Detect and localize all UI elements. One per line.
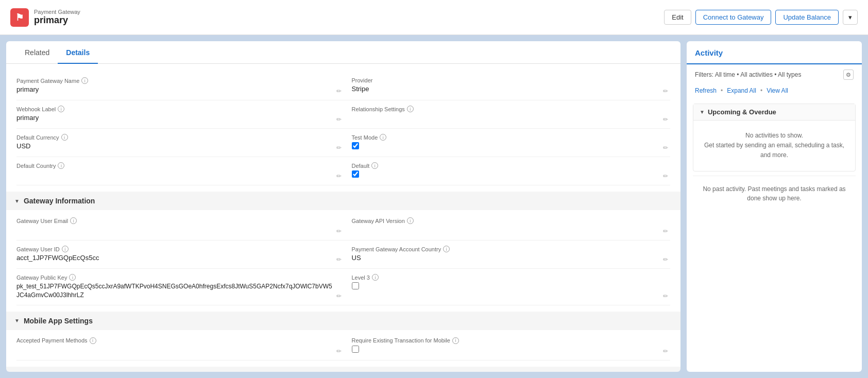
test-mode-value (352, 142, 662, 151)
test-mode-cell: Test Mode i ✏ (344, 129, 671, 157)
require-transaction-checkbox[interactable] (352, 346, 359, 353)
gateway-account-country-value: US (352, 254, 662, 263)
edit-payment-gateway-name-icon[interactable]: ✏ (336, 88, 342, 95)
edit-gateway-account-country-icon[interactable]: ✏ (663, 256, 668, 263)
gateway-section-title: Gateway Information (24, 197, 95, 205)
activity-settings-icon[interactable]: ⚙ (843, 70, 854, 80)
default-country-value (16, 170, 335, 180)
level3-checkbox[interactable] (352, 282, 359, 289)
default-currency-cell: Default Currency i USD ✏ (16, 129, 344, 157)
header-title-group: Payment Gateway primary (34, 9, 80, 26)
header-title: primary (34, 15, 80, 26)
require-transaction-value (352, 346, 662, 355)
edit-provider-icon[interactable]: ✏ (663, 88, 668, 95)
system-section-header[interactable]: ▼ System Information (6, 367, 680, 372)
main-layout: Related Details Payment Gateway Name i p… (0, 35, 868, 378)
gateway-account-country-label: Payment Gateway Account Country i (352, 246, 662, 252)
public-key-info-icon: i (69, 274, 76, 281)
view-all-link[interactable]: View All (767, 87, 788, 94)
dropdown-button[interactable]: ▾ (843, 10, 858, 25)
details-content: Payment Gateway Name i primary ✏ Provide… (6, 64, 680, 372)
header-actions: Edit Connect to Gateway Update Balance ▾ (664, 10, 858, 25)
gateway-account-country-cell: Payment Gateway Account Country i US ✏ (344, 240, 671, 269)
require-transaction-label: Require Existing Transaction for Mobile … (352, 337, 662, 344)
edit-require-transaction-icon[interactable]: ✏ (663, 348, 668, 355)
test-mode-info-icon: i (380, 134, 386, 141)
mobile-section-header[interactable]: ▼ Mobile App Settings (6, 312, 680, 330)
default-country-cell: Default Country i ✏ (16, 157, 344, 185)
edit-test-mode-icon[interactable]: ✏ (663, 144, 668, 151)
level3-info-icon: i (372, 274, 379, 281)
edit-accepted-methods-icon[interactable]: ✏ (336, 348, 342, 355)
upcoming-title: Upcoming & Overdue (708, 108, 776, 116)
past-activity-message: No past activity. Past meetings and task… (693, 176, 856, 211)
default-country-label: Default Country i (16, 162, 335, 169)
left-panel: Related Details Payment Gateway Name i p… (6, 41, 680, 372)
test-mode-checkbox[interactable] (352, 142, 359, 149)
gateway-public-key-value: pk_test_51JP7FWGQpEcQs5ccJxrA9afWTKPvoH4… (16, 282, 335, 300)
user-email-info-icon: i (70, 217, 77, 224)
gateway-user-id-cell: Gateway User ID i acct_1JP7FWGQpEcQs5cc … (16, 240, 344, 269)
separator-1: • (721, 87, 723, 94)
relationship-info-icon: i (407, 106, 414, 112)
activity-title: Activity (695, 48, 854, 63)
connect-gateway-button[interactable]: Connect to Gateway (695, 10, 772, 25)
gateway-fields-grid: Gateway User Email i ✏ Gateway API Versi… (16, 212, 670, 305)
header-subtitle: Payment Gateway (34, 9, 80, 15)
payment-gateway-name-label: Payment Gateway Name i (16, 77, 335, 84)
webhook-label-cell: Webhook Label i primary ✏ (16, 100, 344, 129)
gateway-user-id-value: acct_1JP7FWGQpEcQs5cc (16, 254, 335, 263)
accepted-payment-methods-value (16, 346, 335, 355)
activity-filters-text: Filters: All time • All activities • All… (695, 71, 801, 78)
default-cell: Default i ✏ (344, 157, 671, 185)
provider-value: Stripe (352, 85, 662, 94)
gateway-user-id-label: Gateway User ID i (16, 246, 335, 252)
default-value (352, 170, 662, 180)
provider-label: Provider (352, 77, 662, 83)
default-label: Default i (352, 162, 662, 169)
default-checkbox[interactable] (352, 170, 359, 178)
header-left: ⚑ Payment Gateway primary (10, 8, 80, 27)
edit-relationship-settings-icon[interactable]: ✏ (663, 116, 668, 123)
expand-all-link[interactable]: Expand All (727, 87, 756, 94)
gateway-api-version-value (352, 226, 662, 235)
accepted-methods-info-icon: i (90, 337, 96, 344)
edit-default-country-icon[interactable]: ✏ (336, 173, 342, 180)
info-icon: i (81, 77, 88, 84)
app-icon: ⚑ (10, 8, 29, 27)
mobile-chevron-icon: ▼ (14, 318, 20, 323)
mobile-section-title: Mobile App Settings (24, 317, 93, 325)
update-balance-button[interactable]: Update Balance (775, 10, 839, 25)
country-info-icon: i (58, 162, 64, 169)
upcoming-chevron-icon: ▼ (700, 109, 705, 115)
activity-header: Activity (687, 41, 862, 64)
level3-cell: Level 3 i ✏ (344, 269, 671, 305)
activity-filters: Filters: All time • All activities • All… (687, 64, 862, 85)
gateway-public-key-cell: Gateway Public Key i pk_test_51JP7FWGQpE… (16, 269, 344, 305)
tab-details[interactable]: Details (58, 41, 98, 64)
edit-button[interactable]: Edit (664, 10, 691, 25)
edit-default-icon[interactable]: ✏ (663, 173, 668, 180)
edit-default-currency-icon[interactable]: ✏ (336, 144, 342, 151)
activity-panel: Activity Filters: All time • All activit… (687, 41, 862, 372)
relationship-settings-cell: Relationship Settings i ✏ (344, 100, 671, 129)
refresh-link[interactable]: Refresh (695, 87, 717, 94)
edit-gateway-user-email-icon[interactable]: ✏ (336, 228, 342, 235)
gateway-chevron-icon: ▼ (14, 198, 20, 204)
edit-gateway-user-id-icon[interactable]: ✏ (336, 256, 342, 263)
separator-2: • (760, 87, 762, 94)
tabs-container: Related Details (6, 41, 680, 64)
edit-level3-icon[interactable]: ✏ (663, 293, 668, 300)
tab-related[interactable]: Related (16, 41, 58, 64)
activity-links: Refresh • Expand All • View All (687, 85, 862, 99)
gateway-information-section-header[interactable]: ▼ Gateway Information (6, 192, 680, 210)
payment-gateway-name-value: primary (16, 85, 335, 95)
test-mode-label: Test Mode i (352, 134, 662, 141)
edit-gateway-api-version-icon[interactable]: ✏ (663, 228, 668, 235)
upcoming-header[interactable]: ▼ Upcoming & Overdue (693, 104, 855, 121)
api-version-info-icon: i (407, 217, 414, 224)
webhook-label-label: Webhook Label i (16, 106, 335, 112)
account-country-info-icon: i (443, 246, 450, 252)
edit-webhook-label-icon[interactable]: ✏ (336, 116, 342, 123)
edit-gateway-public-key-icon[interactable]: ✏ (336, 293, 342, 300)
